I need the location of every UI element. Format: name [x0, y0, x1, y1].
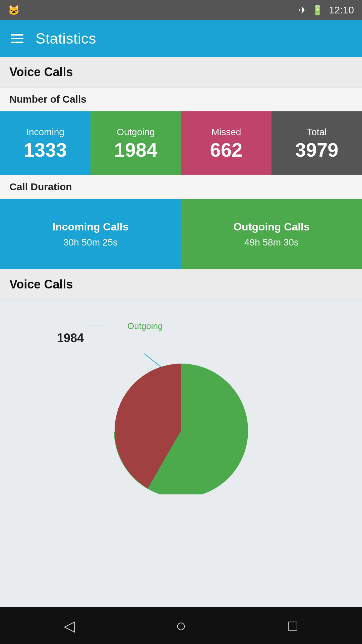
incoming-calls-label: Incoming Calls — [52, 221, 129, 233]
page-title: Statistics — [36, 30, 96, 47]
menu-icon[interactable] — [11, 34, 23, 43]
voice-calls-header: Voice Calls — [0, 57, 362, 88]
total-label: Total — [307, 127, 326, 138]
number-of-calls-header: Number of Calls — [0, 88, 362, 111]
airplane-icon: ✈ — [299, 5, 306, 16]
outgoing-calls-label: Outgoing Calls — [233, 221, 310, 233]
outgoing-duration: Outgoing Calls 49h 58m 30s — [181, 199, 362, 269]
battery-icon: 🔋 — [312, 5, 323, 16]
back-button[interactable]: ◁ — [56, 612, 83, 639]
cat-icon: 🐱 — [8, 5, 20, 16]
stats-grid: Incoming 1333 Outgoing 1984 Missed 662 T… — [0, 111, 362, 175]
voice-calls-chart-header: Voice Calls — [0, 269, 362, 300]
missed-stat: Missed 662 — [181, 111, 272, 175]
home-icon: ○ — [176, 615, 186, 636]
outgoing-chart-legend: Outgoing — [127, 321, 163, 331]
voice-calls-chart-title: Voice Calls — [9, 277, 73, 291]
number-of-calls-label: Number of Calls — [9, 94, 86, 105]
bottom-nav: ◁ ○ □ — [0, 607, 362, 644]
outgoing-value: 1984 — [114, 140, 157, 160]
outgoing-duration-value: 49h 58m 30s — [244, 237, 299, 248]
incoming-stat: Incoming 1333 — [0, 111, 90, 175]
incoming-value: 1333 — [23, 140, 67, 160]
status-time: 12:10 — [329, 4, 354, 16]
recent-icon: □ — [288, 617, 297, 634]
pie-chart — [90, 354, 272, 494]
back-icon: ◁ — [64, 617, 75, 634]
home-button[interactable]: ○ — [168, 612, 194, 639]
incoming-duration-value: 30h 50m 25s — [63, 237, 118, 248]
chart-section: 1984 Outgoing — [0, 300, 362, 607]
incoming-label: Incoming — [26, 127, 64, 138]
call-duration-label: Call Duration — [9, 181, 72, 192]
recent-button[interactable]: □ — [279, 612, 306, 639]
status-right: ✈ 🔋 12:10 — [299, 4, 354, 16]
missed-label: Missed — [212, 127, 241, 138]
status-left: 🐱 — [8, 5, 20, 16]
outgoing-stat: Outgoing 1984 — [90, 111, 181, 175]
voice-calls-title: Voice Calls — [9, 65, 73, 79]
incoming-duration: Incoming Calls 30h 50m 25s — [0, 199, 181, 269]
status-bar: 🐱 ✈ 🔋 12:10 — [0, 0, 362, 20]
total-stat: Total 3979 — [272, 111, 362, 175]
total-value: 3979 — [295, 140, 338, 160]
outgoing-chart-value: 1984 — [57, 331, 84, 345]
duration-grid: Incoming Calls 30h 50m 25s Outgoing Call… — [0, 199, 362, 269]
outgoing-chart-label: 1984 Outgoing — [57, 318, 140, 345]
outgoing-label: Outgoing — [117, 127, 155, 138]
call-duration-header: Call Duration — [0, 175, 362, 199]
app-bar: Statistics — [0, 20, 362, 57]
missed-value: 662 — [210, 140, 243, 160]
svg-line-1 — [144, 354, 161, 367]
pie-svg — [90, 354, 272, 494]
